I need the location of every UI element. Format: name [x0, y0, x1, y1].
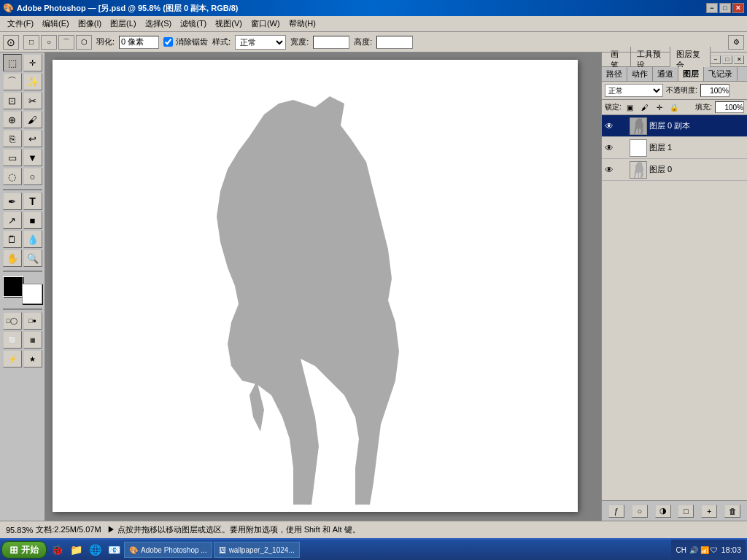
menu-layer[interactable]: 图层(L): [106, 17, 140, 31]
heal-tool[interactable]: ⊕: [3, 111, 22, 128]
close-button[interactable]: ✕: [732, 3, 744, 13]
tool-row-mode: □◯ □●: [3, 312, 42, 330]
panel-maximize-btn[interactable]: □: [722, 55, 732, 64]
menu-select[interactable]: 选择(S): [141, 17, 177, 31]
panel-minimize-btn[interactable]: −: [711, 55, 721, 64]
layer-eye-1[interactable]: 👁: [603, 142, 615, 154]
shape-tool[interactable]: ■: [23, 211, 42, 229]
options-extra-btn[interactable]: ⚙: [728, 35, 744, 50]
start-button[interactable]: ⊞ 开始: [1, 541, 47, 559]
tool-row-extra: ⚡ ★: [3, 350, 42, 368]
menu-view[interactable]: 视图(V): [211, 17, 247, 31]
pen-tool[interactable]: ✒: [3, 192, 22, 210]
width-input[interactable]: [313, 36, 349, 49]
anti-alias-checkbox[interactable]: [163, 37, 173, 47]
opacity-input[interactable]: [700, 84, 729, 97]
menu-image[interactable]: 图像(I): [74, 17, 106, 31]
layer-item-0copy[interactable]: 👁 图层 0 副本: [602, 115, 747, 137]
lock-paint-icon[interactable]: 🖌: [639, 101, 651, 113]
notes-tool[interactable]: 🗒: [3, 230, 22, 248]
tab-actions[interactable]: 动作: [627, 67, 653, 81]
lock-transparent-icon[interactable]: ▣: [624, 101, 636, 113]
tool-row-10: 🗒 💧: [3, 230, 42, 248]
extra-tool-1[interactable]: ⚡: [3, 350, 22, 368]
blur-tool[interactable]: ◌: [3, 168, 22, 185]
screen-mode-1[interactable]: ⬜: [3, 331, 22, 349]
eraser-tool[interactable]: ▭: [3, 149, 22, 166]
menu-filter[interactable]: 滤镜(T): [176, 17, 211, 31]
layer-delete-btn[interactable]: 🗑: [724, 505, 740, 518]
lasso-tool[interactable]: ⌒: [3, 73, 22, 90]
poly-btn[interactable]: ⬡: [76, 35, 92, 50]
layer-eye-0copy[interactable]: 👁: [603, 120, 615, 132]
marquee-tool[interactable]: ⬚: [3, 54, 22, 71]
taskbar-icon-1[interactable]: 🐞: [48, 541, 66, 559]
quick-mask-mode[interactable]: □●: [23, 312, 42, 330]
layer-fx-btn[interactable]: ƒ: [608, 505, 624, 518]
height-label: 高度:: [354, 36, 372, 47]
rect-btn[interactable]: □: [23, 35, 39, 50]
taskbar-icon-2[interactable]: 📁: [67, 541, 85, 559]
zoom-tool[interactable]: 🔍: [23, 249, 42, 267]
brush-tool[interactable]: 🖌: [23, 111, 42, 128]
tab-layers[interactable]: 图层: [678, 67, 704, 81]
fill-input[interactable]: [715, 101, 744, 113]
fill-tool[interactable]: ▼: [23, 149, 42, 166]
minimize-button[interactable]: −: [706, 3, 718, 13]
lock-move-icon[interactable]: ✛: [654, 101, 665, 113]
lasso-btn[interactable]: ⌒: [58, 35, 74, 50]
clone-tool[interactable]: ⎘: [3, 130, 22, 147]
tab-history[interactable]: 飞记录: [704, 67, 738, 81]
layer-mask-btn[interactable]: ○: [632, 505, 648, 518]
tab-channels[interactable]: 通道: [653, 67, 678, 81]
layer-new-btn[interactable]: +: [701, 505, 717, 518]
anti-alias-label: 消除锯齿: [163, 36, 208, 47]
taskbar-wallpaper-btn[interactable]: 🖼 wallpaper_2_1024...: [214, 542, 300, 558]
taskbar-icon-4[interactable]: 📧: [105, 541, 123, 559]
lock-all-icon[interactable]: 🔒: [668, 101, 680, 113]
taskbar-photoshop-btn[interactable]: 🎨 Adobe Photoshop ...: [124, 542, 212, 558]
ellipse-btn[interactable]: ○: [41, 35, 57, 50]
panel-win-controls: − □ ✕: [711, 55, 744, 64]
taskbar-wallpaper-label: wallpaper_2_1024...: [229, 546, 295, 554]
style-select[interactable]: 正常 固定比例 固定大小: [235, 35, 286, 50]
panel-close-btn[interactable]: ✕: [734, 55, 744, 64]
type-tool[interactable]: T: [23, 192, 42, 210]
foreground-color[interactable]: [3, 276, 23, 297]
tool-row-9: ↗ ■: [3, 211, 42, 229]
layer-eye-0[interactable]: 👁: [603, 164, 615, 176]
layer-item-1[interactable]: 👁 图层 1: [602, 137, 747, 159]
blend-mode-select[interactable]: 正常: [605, 84, 663, 97]
history-tool[interactable]: ↩: [23, 130, 42, 147]
style-label: 样式:: [212, 36, 231, 47]
menu-edit[interactable]: 编辑(E): [38, 17, 74, 31]
standard-mode[interactable]: □◯: [3, 312, 22, 330]
hand-tool[interactable]: ✋: [3, 249, 22, 267]
feather-input[interactable]: [119, 36, 159, 49]
tool-row-7: ◌ ○: [3, 168, 42, 185]
crop-tool[interactable]: ⊡: [3, 92, 22, 109]
taskbar-icon-3[interactable]: 🌐: [86, 541, 104, 559]
move-tool[interactable]: ✛: [23, 54, 42, 71]
dodge-tool[interactable]: ○: [23, 168, 42, 185]
layer-group-btn[interactable]: □: [678, 505, 694, 518]
windows-logo: ⊞: [9, 544, 18, 556]
layer-item-0[interactable]: 👁 图层 0: [602, 159, 747, 181]
tab-path[interactable]: 路径: [602, 67, 627, 81]
menu-help[interactable]: 帮助(H): [285, 17, 320, 31]
background-color[interactable]: [22, 284, 42, 304]
path-select-tool[interactable]: ↗: [3, 211, 22, 229]
maximize-button[interactable]: □: [719, 3, 731, 13]
wand-tool[interactable]: ✨: [23, 73, 42, 90]
app-icon: 🎨: [3, 3, 14, 13]
screen-mode-2[interactable]: ▦: [23, 331, 42, 349]
layer-adj-btn[interactable]: ◑: [655, 505, 671, 518]
height-input[interactable]: [376, 36, 413, 49]
extra-tool-2[interactable]: ★: [23, 350, 42, 368]
lasso-tool-icon[interactable]: ⊙: [3, 35, 19, 50]
eyedropper-tool[interactable]: 💧: [23, 230, 42, 248]
slice-tool[interactable]: ✂: [23, 92, 42, 109]
menu-file[interactable]: 文件(F): [3, 17, 38, 31]
tool-row-1: ⬚ ✛: [3, 54, 42, 71]
menu-window[interactable]: 窗口(W): [247, 17, 285, 31]
